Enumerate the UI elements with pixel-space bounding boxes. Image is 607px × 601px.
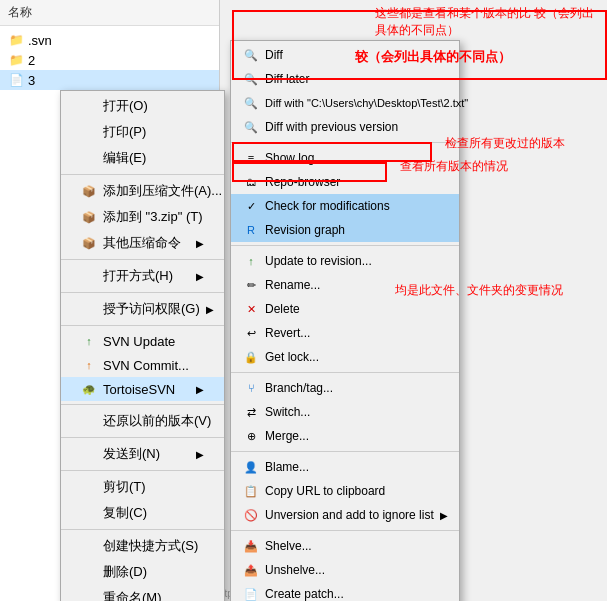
annotation-text-diff: 这些都是查看和某个版本的比 较（会列出具体的不同点） xyxy=(375,5,605,39)
submenu-rev-graph[interactable]: R Revision graph xyxy=(231,218,459,242)
submenu-item-label: Unversion and add to ignore list xyxy=(265,508,434,522)
submenu-arrow: ▶ xyxy=(206,304,214,315)
checkmod-icon: ✓ xyxy=(243,198,259,214)
menu-send-to[interactable]: 发送到(N) ▶ xyxy=(61,441,224,467)
zip-icon: 📦 xyxy=(81,235,97,251)
delete-icon: ✕ xyxy=(243,301,259,317)
submenu-item-label: Revert... xyxy=(265,326,310,340)
menu-item-label: 发送到(N) xyxy=(103,445,160,463)
submenu-create-patch[interactable]: 📄 Create patch... xyxy=(231,582,459,601)
menu-add-zip[interactable]: 📦 添加到压缩文件(A)... xyxy=(61,178,224,204)
access-icon xyxy=(81,301,97,317)
submenu-item-label: Create patch... xyxy=(265,587,344,601)
submenu-switch[interactable]: ⇄ Switch... xyxy=(231,400,459,424)
submenu-revert[interactable]: ↩ Revert... xyxy=(231,321,459,345)
annotation-arrow-diff: 较（会列出具体的不同点） xyxy=(355,48,511,66)
unversion-icon: 🚫 xyxy=(243,507,259,523)
diff-with-icon: 🔍 xyxy=(243,95,259,111)
merge-icon: ⊕ xyxy=(243,428,259,444)
lock-icon: 🔒 xyxy=(243,349,259,365)
switch-icon: ⇄ xyxy=(243,404,259,420)
submenu-arrow: ▶ xyxy=(196,238,204,249)
submenu-diff-later[interactable]: 🔍 Diff later xyxy=(231,67,459,91)
edit-icon xyxy=(81,150,97,166)
submenu-get-lock[interactable]: 🔒 Get lock... xyxy=(231,345,459,369)
menu-shortcut[interactable]: 创建快捷方式(S) xyxy=(61,533,224,559)
menu-print[interactable]: 打印(P) xyxy=(61,119,224,145)
submenu-blame[interactable]: 👤 Blame... xyxy=(231,455,459,479)
menu-restore[interactable]: 还原以前的版本(V) xyxy=(61,408,224,434)
rename-icon xyxy=(81,590,97,601)
diff-prev-icon: 🔍 xyxy=(243,119,259,135)
submenu-merge[interactable]: ⊕ Merge... xyxy=(231,424,459,448)
zip-icon: 📦 xyxy=(81,183,97,199)
separator xyxy=(61,404,224,405)
tree-item-3[interactable]: 📄 3 xyxy=(0,70,219,90)
menu-other-zip[interactable]: 📦 其他压缩命令 ▶ xyxy=(61,230,224,256)
submenu-copy-url[interactable]: 📋 Copy URL to clipboard xyxy=(231,479,459,503)
svn-update-icon: ↑ xyxy=(81,333,97,349)
submenu-update-rev[interactable]: ↑ Update to revision... xyxy=(231,249,459,273)
tree-item-svn[interactable]: 📁 .svn xyxy=(0,30,219,50)
submenu-repo-browser[interactable]: 🗂 Repo-browser xyxy=(231,170,459,194)
submenu-rename[interactable]: ✏ Rename... xyxy=(231,273,459,297)
submenu-item-label: Revision graph xyxy=(265,223,345,237)
copy-icon xyxy=(81,505,97,521)
submenu-check-mod[interactable]: ✓ Check for modifications xyxy=(231,194,459,218)
separator xyxy=(231,142,459,143)
menu-item-label: TortoiseSVN xyxy=(103,382,175,397)
submenu-diff-prev[interactable]: 🔍 Diff with previous version xyxy=(231,115,459,139)
submenu-unshelve[interactable]: 📤 Unshelve... xyxy=(231,558,459,582)
menu-item-label: 重命名(M) xyxy=(103,589,162,601)
revgraph-icon: R xyxy=(243,222,259,238)
submenu-branch-tag[interactable]: ⑂ Branch/tag... xyxy=(231,376,459,400)
submenu-unversion[interactable]: 🚫 Unversion and add to ignore list ▶ xyxy=(231,503,459,527)
tree-item-label: 3 xyxy=(28,73,35,88)
submenu-shelve[interactable]: 📥 Shelve... xyxy=(231,534,459,558)
annotation-text-checkmod: 检查所有更改过的版本 xyxy=(445,135,565,152)
menu-item-label: 剪切(T) xyxy=(103,478,146,496)
menu-copy[interactable]: 复制(C) xyxy=(61,500,224,526)
submenu-item-label: Update to revision... xyxy=(265,254,372,268)
menu-tortoise[interactable]: 🐢 TortoiseSVN ▶ xyxy=(61,377,224,401)
menu-item-label: 打开方式(H) xyxy=(103,267,173,285)
menu-delete[interactable]: 删除(D) xyxy=(61,559,224,585)
menu-svn-update[interactable]: ↑ SVN Update xyxy=(61,329,224,353)
menu-svn-commit[interactable]: ↑ SVN Commit... xyxy=(61,353,224,377)
submenu-arrow: ▶ xyxy=(440,510,448,521)
submenu-item-label: Diff with "C:\Users\chy\Desktop\Test\2.t… xyxy=(265,97,468,109)
blame-icon: 👤 xyxy=(243,459,259,475)
log-icon: ≡ xyxy=(243,150,259,166)
file-icon: 📄 xyxy=(8,72,24,88)
submenu-arrow: ▶ xyxy=(196,271,204,282)
menu-item-label: 删除(D) xyxy=(103,563,147,581)
print-icon xyxy=(81,124,97,140)
restore-icon xyxy=(81,413,97,429)
separator xyxy=(231,245,459,246)
repo-icon: 🗂 xyxy=(243,174,259,190)
shortcut-icon xyxy=(81,538,97,554)
tree-item-2[interactable]: 📁 2 xyxy=(0,50,219,70)
separator xyxy=(61,259,224,260)
folder-icon: 📁 xyxy=(8,52,24,68)
menu-item-label: 添加到 "3.zip" (T) xyxy=(103,208,203,226)
menu-edit[interactable]: 编辑(E) xyxy=(61,145,224,171)
menu-open[interactable]: 打开(O) xyxy=(61,93,224,119)
menu-item-label: 添加到压缩文件(A)... xyxy=(103,182,222,200)
diff-icon: 🔍 xyxy=(243,47,259,63)
menu-cut[interactable]: 剪切(T) xyxy=(61,474,224,500)
branch-icon: ⑂ xyxy=(243,380,259,396)
patch-icon: 📄 xyxy=(243,586,259,601)
submenu-delete[interactable]: ✕ Delete xyxy=(231,297,459,321)
separator xyxy=(61,437,224,438)
submenu-show-log[interactable]: ≡ Show log xyxy=(231,146,459,170)
submenu-item-label: Diff later xyxy=(265,72,309,86)
submenu-diff-with[interactable]: 🔍 Diff with "C:\Users\chy\Desktop\Test\2… xyxy=(231,91,459,115)
menu-open-with[interactable]: 打开方式(H) ▶ xyxy=(61,263,224,289)
diff-later-icon: 🔍 xyxy=(243,71,259,87)
update-icon: ↑ xyxy=(243,253,259,269)
copyurl-icon: 📋 xyxy=(243,483,259,499)
menu-access[interactable]: 授予访问权限(G) ▶ xyxy=(61,296,224,322)
menu-rename[interactable]: 重命名(M) xyxy=(61,585,224,601)
menu-add-zip2[interactable]: 📦 添加到 "3.zip" (T) xyxy=(61,204,224,230)
